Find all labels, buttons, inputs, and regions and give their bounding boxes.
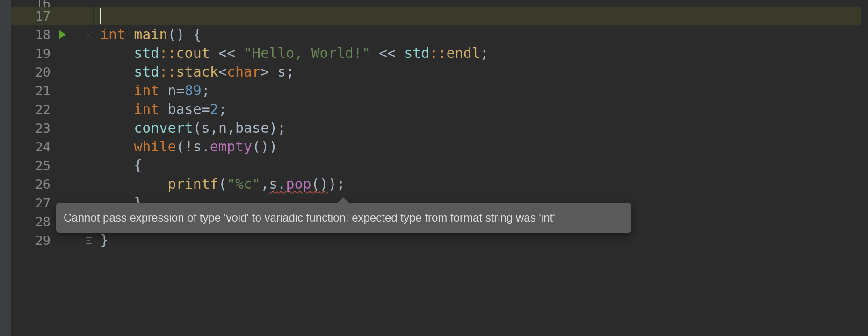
code-line-19[interactable]: 19 std::cout << "Hello, World!" << std::… [11, 44, 868, 63]
error-squiggle[interactable]: s.pop() [269, 176, 328, 192]
code-line-24[interactable]: 24 while(!s.empty()) [11, 137, 868, 156]
brace-close: } [100, 232, 108, 248]
line-number: 22 [11, 102, 53, 117]
code-content[interactable]: int main() { [94, 25, 868, 44]
gutter: 21 [11, 81, 94, 100]
code-content[interactable]: while(!s.empty()) [94, 137, 868, 156]
code-line-29[interactable]: 29 − } [11, 231, 868, 250]
code-line-16[interactable]: 16 [11, 0, 868, 7]
gutter: 25 [11, 156, 94, 175]
vertical-scrollbar[interactable] [861, 0, 868, 336]
line-number: 21 [11, 84, 53, 98]
code-line-20[interactable]: 20 std::stack<char> s; [11, 63, 868, 81]
run-icon[interactable] [59, 30, 66, 39]
line-number: 20 [11, 65, 53, 79]
gutter: 19 [11, 44, 94, 63]
gutter: 17 [11, 7, 94, 25]
code-content[interactable] [94, 7, 868, 25]
editor-root: 16 17 18 − int main() { 19 std:: [0, 0, 868, 336]
line-number: 27 [11, 196, 53, 210]
line-number: 17 [11, 9, 53, 23]
code-line-25[interactable]: 25 { [11, 156, 868, 175]
code-line-23[interactable]: 23 convert(s,n,base); [11, 119, 868, 137]
keyword-int: int [100, 26, 125, 43]
func-main: main [134, 26, 167, 43]
code-content[interactable]: std::stack<char> s; [94, 63, 868, 81]
code-line-26[interactable]: 26 printf("%c",s.pop()); [11, 175, 868, 193]
gutter: 22 [11, 100, 94, 119]
func-printf: printf [168, 176, 218, 192]
gutter: 26 [11, 175, 94, 193]
code-content[interactable]: std::cout << "Hello, World!" << std::end… [94, 44, 868, 63]
tooltip-text: Cannot pass expression of type 'void' to… [64, 211, 555, 224]
left-margin-bar [0, 0, 11, 336]
code-line-18[interactable]: 18 − int main() { [11, 25, 868, 44]
line-number: 26 [11, 177, 53, 192]
error-tooltip: Cannot pass expression of type 'void' to… [56, 203, 631, 233]
fold-open-icon[interactable]: − [86, 31, 92, 38]
gutter: 23 [11, 119, 94, 137]
code-content[interactable]: printf("%c",s.pop()); [94, 175, 868, 193]
code-line-17[interactable]: 17 [11, 7, 868, 25]
line-number: 18 [11, 28, 53, 42]
code-content[interactable]: } [94, 231, 868, 250]
line-number: 23 [11, 121, 53, 136]
brace-open: { [193, 26, 202, 43]
code-line-21[interactable]: 21 int n=89; [11, 81, 868, 100]
code-content[interactable]: int base=2; [94, 100, 868, 119]
line-number: 24 [11, 140, 53, 154]
line-number: 28 [11, 214, 53, 229]
gutter: 18 − [11, 25, 94, 44]
line-number: 25 [11, 158, 53, 173]
fold-close-icon[interactable]: − [86, 236, 92, 244]
gutter: 16 [11, 0, 94, 7]
code-content[interactable]: int n=89; [94, 81, 868, 100]
line-number: 29 [11, 233, 53, 248]
line-number: 19 [11, 46, 53, 61]
string-literal: "Hello, World!" [244, 45, 370, 61]
gutter: 20 [11, 63, 94, 81]
editor-area[interactable]: 16 17 18 − int main() { 19 std:: [11, 0, 868, 336]
gutter: 24 [11, 137, 94, 156]
gutter: 29 − [11, 231, 94, 250]
code-content[interactable]: { [94, 156, 868, 175]
code-line-22[interactable]: 22 int base=2; [11, 100, 868, 119]
code-content[interactable]: convert(s,n,base); [94, 119, 868, 137]
func-convert: convert [134, 120, 193, 136]
text-caret [100, 8, 101, 24]
